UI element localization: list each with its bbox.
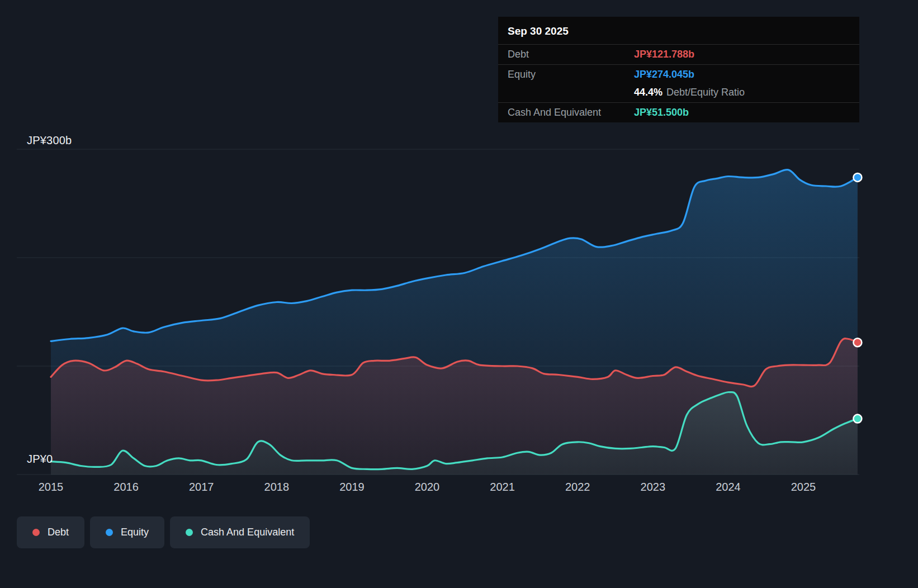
tooltip-cash-label: Cash And Equivalent — [508, 107, 634, 118]
tooltip-debt-value: JP¥121.788b — [634, 49, 694, 60]
cash-dot-icon — [186, 529, 193, 536]
tooltip-ratio-value: 44.4%Debt/Equity Ratio — [634, 87, 745, 98]
x-tick-label: 2021 — [477, 481, 528, 494]
y-axis-label-zero: JP¥0 — [27, 453, 53, 466]
x-tick-label: 2016 — [101, 481, 152, 494]
legend-item-equity[interactable]: Equity — [90, 516, 164, 548]
debt-dot-icon — [32, 529, 40, 536]
tooltip-ratio-percent: 44.4% — [634, 87, 663, 98]
y-axis-label-max: JP¥300b — [27, 134, 72, 147]
legend-equity-label: Equity — [121, 527, 149, 538]
tooltip-row-debt: Debt JP¥121.788b — [498, 44, 859, 64]
legend-item-debt[interactable]: Debt — [17, 516, 84, 548]
x-tick-label: 2022 — [552, 481, 603, 494]
legend-debt-label: Debt — [48, 527, 69, 538]
x-tick-label: 2020 — [402, 481, 452, 494]
tooltip-row-ratio: 44.4%Debt/Equity Ratio — [498, 84, 859, 102]
tooltip-cash-value: JP¥51.500b — [634, 107, 689, 118]
x-axis: 2015201620172018201920202021202220232024… — [0, 481, 918, 497]
legend-item-cash[interactable]: Cash And Equivalent — [170, 516, 310, 548]
tooltip-date: Sep 30 2025 — [498, 17, 859, 44]
tooltip-row-equity: Equity JP¥274.045b — [498, 64, 859, 84]
x-tick-label: 2024 — [703, 481, 753, 494]
x-tick-label: 2017 — [176, 481, 226, 494]
legend-cash-label: Cash And Equivalent — [201, 527, 294, 538]
tooltip-row-cash: Cash And Equivalent JP¥51.500b — [498, 102, 859, 122]
x-tick-label: 2023 — [628, 481, 678, 494]
tooltip-equity-label: Equity — [508, 69, 634, 80]
balance-sheet-history-chart: JP¥300b JP¥0 201520162017201820192020202… — [0, 0, 918, 588]
x-tick-label: 2018 — [252, 481, 302, 494]
chart-tooltip: Sep 30 2025 Debt JP¥121.788b Equity JP¥2… — [498, 17, 859, 122]
chart-legend: Debt Equity Cash And Equivalent — [17, 516, 310, 548]
tooltip-debt-label: Debt — [508, 49, 634, 60]
equity-dot-icon — [106, 529, 113, 536]
tooltip-ratio-label: Debt/Equity Ratio — [666, 87, 745, 98]
x-tick-label: 2019 — [326, 481, 377, 494]
x-tick-label: 2015 — [26, 481, 76, 494]
tooltip-equity-value: JP¥274.045b — [634, 69, 694, 80]
x-tick-label: 2025 — [778, 481, 829, 494]
